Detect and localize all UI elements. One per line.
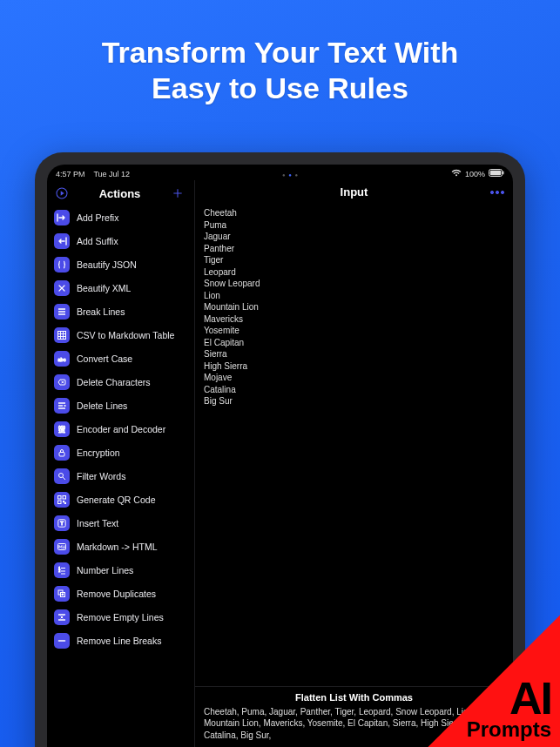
screen: 4:57 PM Tue Jul 12 ● ● ● 100%	[47, 165, 513, 747]
delete-lines-icon	[54, 398, 70, 414]
dup-x-icon	[54, 586, 70, 602]
svg-text:abc: abc	[58, 357, 66, 362]
result-title: Flatten List With Commas	[204, 692, 504, 703]
number-list-icon: 12	[54, 562, 70, 578]
input-line: Snow Leopard	[204, 278, 504, 290]
tag-icon	[54, 280, 70, 296]
arrow-left-bar-icon	[54, 233, 70, 249]
sidebar-item-label: Convert Case	[77, 353, 132, 364]
action-list: Add PrefixAdd SuffixBeautify JSONBeautif…	[47, 206, 194, 747]
svg-rect-8	[59, 453, 64, 457]
device-frame: 4:57 PM Tue Jul 12 ● ● ● 100%	[35, 152, 525, 747]
more-icon[interactable]	[489, 191, 504, 194]
sidebar-item[interactable]: Filter Words	[47, 465, 194, 488]
svg-rect-14	[64, 502, 65, 503]
empty-x-icon	[54, 609, 70, 625]
sidebar-item[interactable]: Delete Characters	[47, 371, 194, 394]
sidebar-item-label: Delete Lines	[77, 400, 127, 411]
sidebar-item-label: Filter Words	[77, 471, 125, 481]
svg-text:101: 101	[58, 429, 65, 434]
arrow-right-bar-icon	[54, 210, 70, 225]
svg-rect-1	[490, 171, 501, 175]
binary-icon: 010101	[54, 421, 70, 437]
input-line: Mojave	[204, 372, 504, 384]
sidebar-item[interactable]: Add Suffix	[47, 230, 194, 253]
sidebar-item-label: Remove Duplicates	[77, 589, 156, 599]
input-line: Jaguar	[204, 231, 504, 243]
filter-icon	[54, 468, 70, 484]
svg-point-22	[490, 191, 493, 193]
sidebar-item[interactable]: Remove Duplicates	[47, 582, 194, 606]
svg-rect-2	[503, 172, 503, 175]
svg-rect-4	[58, 332, 66, 340]
sidebar-item[interactable]: Beautify XML	[47, 277, 194, 300]
sidebar-item-label: Markdown -> HTML	[77, 542, 157, 552]
sidebar-item-label: Add Suffix	[77, 236, 118, 246]
sidebar-item-label: Encoder and Decoder	[77, 424, 165, 434]
sidebar-item[interactable]: Delete Lines	[47, 394, 194, 418]
sidebar-item-label: Insert Text	[77, 518, 118, 528]
battery-icon	[489, 169, 504, 178]
svg-text:T: T	[60, 521, 64, 526]
sidebar-item-label: Remove Empty Lines	[77, 612, 164, 622]
input-line: Catalina	[204, 384, 504, 396]
sidebar-item[interactable]: Add Prefix	[47, 206, 194, 230]
abc-icon: abc	[54, 351, 70, 367]
run-icon[interactable]	[54, 185, 70, 201]
input-line: Panther	[204, 243, 504, 255]
braces-icon	[54, 257, 70, 273]
input-line: Cheetah	[204, 207, 504, 219]
wifi-icon	[451, 169, 462, 178]
sidebar: Actions Add PrefixAdd SuffixBeautify JSO…	[47, 180, 195, 747]
sidebar-item[interactable]: TInsert Text	[47, 512, 194, 535]
sidebar-item-label: Number Lines	[77, 565, 133, 575]
sidebar-item[interactable]: Generate QR Code	[47, 488, 194, 512]
input-line: Mountain Lion	[204, 301, 504, 313]
svg-point-9	[59, 474, 64, 478]
input-line: Puma	[204, 219, 504, 232]
sidebar-item-label: Remove Line Breaks	[77, 636, 161, 646]
input-line: Yosemite	[204, 325, 504, 337]
lines-icon	[54, 304, 70, 320]
sidebar-item[interactable]: CSV to Markdown Table	[47, 324, 194, 347]
input-text-area[interactable]: CheetahPumaJaguarPantherTigerLeopardSnow…	[195, 204, 513, 686]
input-line: El Capitan	[204, 337, 504, 349]
svg-rect-12	[58, 501, 62, 504]
status-bar: 4:57 PM Tue Jul 12 ● ● ● 100%	[47, 165, 513, 180]
input-line: Big Sur	[204, 395, 504, 407]
svg-rect-10	[58, 496, 62, 500]
sidebar-item[interactable]: 010101Encoder and Decoder	[47, 418, 194, 441]
table-icon	[54, 327, 70, 343]
sidebar-item[interactable]: Markdown -> HTML	[47, 535, 194, 559]
input-line: Lion	[204, 290, 504, 302]
input-line: Leopard	[204, 266, 504, 279]
sidebar-item-label: Beautify XML	[77, 283, 131, 293]
sidebar-item[interactable]: Remove Line Breaks	[47, 629, 194, 653]
status-time: 4:57 PM	[56, 170, 85, 178]
result-body: Cheetah, Puma, Jaguar, Panther, Tiger, L…	[204, 706, 504, 742]
lock-icon	[54, 445, 70, 461]
main-pane: Input CheetahPumaJaguarPantherTigerLeopa…	[195, 180, 513, 747]
input-line: Mavericks	[204, 313, 504, 326]
headline-line-1: Transform Your Text With	[102, 36, 459, 69]
sidebar-item[interactable]: abcConvert Case	[47, 347, 194, 371]
m-down-icon	[54, 539, 70, 555]
sidebar-item-label: CSV to Markdown Table	[77, 330, 174, 340]
sidebar-item-label: Delete Characters	[77, 377, 151, 387]
result-section: Flatten List With Commas Cheetah, Puma, …	[195, 686, 513, 748]
add-action-icon[interactable]	[170, 185, 186, 201]
minus-icon	[54, 633, 70, 649]
qrcode-icon	[54, 492, 70, 508]
sidebar-item[interactable]: Encryption	[47, 441, 194, 465]
main-title: Input	[219, 185, 489, 199]
input-line: Tiger	[204, 254, 504, 266]
svg-text:2: 2	[58, 569, 60, 573]
sidebar-item[interactable]: Break Lines	[47, 300, 194, 324]
svg-rect-11	[63, 496, 66, 500]
sidebar-item[interactable]: Beautify JSON	[47, 253, 194, 277]
multitask-dots-icon: ● ● ●	[282, 172, 299, 178]
input-line: High Sierra	[204, 360, 504, 373]
headline-line-2: Easy to Use Rules	[0, 71, 560, 106]
sidebar-item[interactable]: 12Number Lines	[47, 559, 194, 582]
sidebar-item[interactable]: Remove Empty Lines	[47, 606, 194, 629]
